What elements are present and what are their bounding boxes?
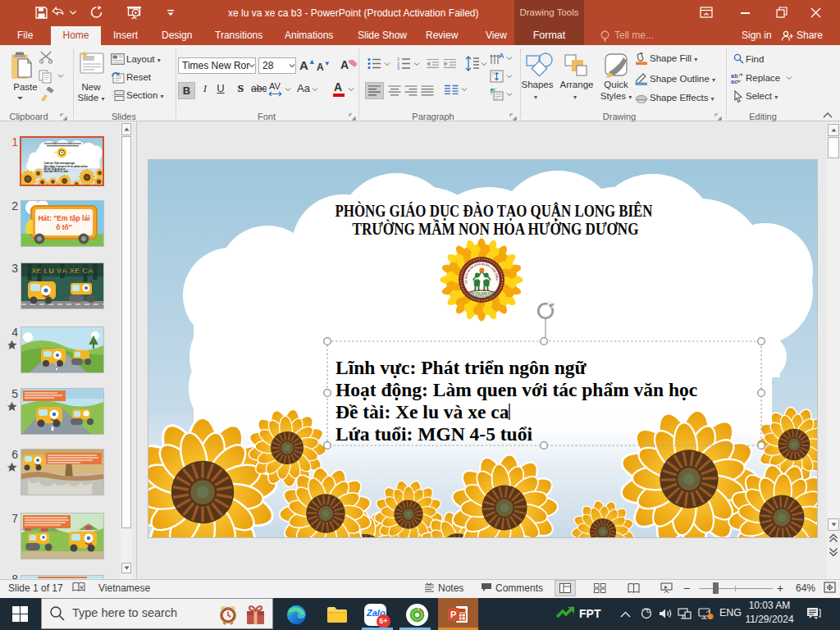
svg-text:P: P — [450, 609, 456, 619]
svg-text:XE LU VÀ XE CA: XE LU VÀ XE CA — [31, 267, 94, 275]
svg-text:Đề tài: Xe lu và xe ca: Đề tài: Xe lu và xe ca — [336, 401, 509, 422]
svg-text:PHÒNG GIÁO DỤC ĐÀO TẠO QUẬN LO: PHÒNG GIÁO DỤC ĐÀO TẠO QUẬN LONG BIÊN — [336, 201, 653, 221]
svg-text:Hát: "Em tập lái: Hát: "Em tập lái — [38, 214, 89, 222]
svg-text:3: 3 — [397, 66, 399, 70]
svg-text:ac: ac — [731, 78, 737, 84]
svg-text:TRƯỜNG MẦM NON HOA HƯỚNG DƯƠNG: TRƯỜNG MẦM NON HOA HƯỚNG DƯƠNG — [353, 219, 639, 239]
svg-text:Lứa tuổi: MGN 4-5 tuổi: Lứa tuổi: MGN 4-5 tuổi — [336, 423, 532, 445]
svg-text:HOA HƯỚNG DƯƠNG: HOA HƯỚNG DƯƠNG — [469, 294, 495, 298]
svg-text:Hoạt động: Làm quen với tác ph: Hoạt động: Làm quen với tác phẩm văn học — [336, 379, 697, 400]
svg-text:A: A — [499, 52, 504, 60]
svg-text:ô tô": ô tô" — [56, 223, 72, 231]
svg-text:Lĩnh vực: Phát triển ngôn ngữ: Lĩnh vực: Phát triển ngôn ngữ — [336, 357, 587, 378]
svg-text:Lứa tuổi: MGN 4-5 tuổi: Lứa tuổi: MGN 4-5 tuổi — [44, 170, 68, 173]
